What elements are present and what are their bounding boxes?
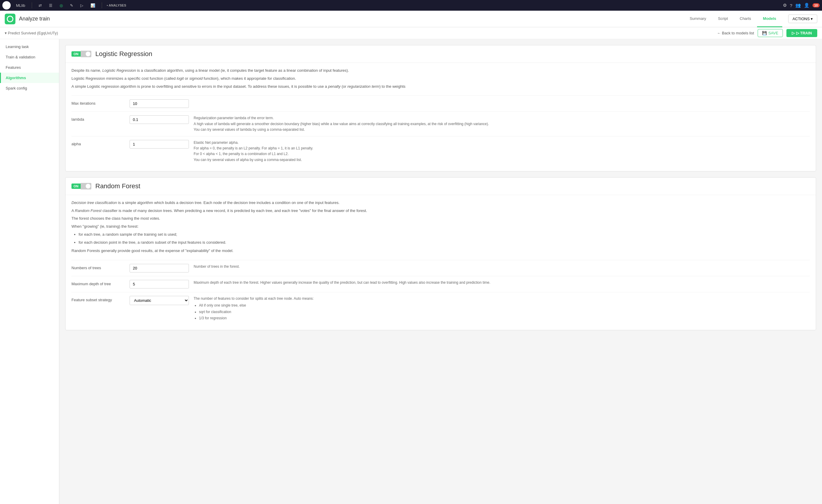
actions-button[interactable]: ACTIONS ▾ <box>788 15 817 23</box>
random-forest-toggle[interactable]: ON <box>71 183 91 189</box>
param-label-max-depth: Maximum depth of tree <box>71 280 125 286</box>
random-forest-title: Random Forest <box>95 182 140 190</box>
header-tabs: Summary Script Charts Models ACTIONS ▾ <box>684 11 817 27</box>
param-row-lambda: lambda Regularization parameter lambda o… <box>71 111 810 136</box>
app-logo[interactable] <box>2 1 11 9</box>
num-trees-field[interactable] <box>129 264 189 273</box>
random-forest-header: ON Random Forest <box>65 177 816 195</box>
logistic-regression-params: Max iterations lambda Regularization par… <box>71 95 810 166</box>
max-depth-field[interactable] <box>129 280 189 289</box>
param-label-num-trees: Numbers of trees <box>71 264 125 270</box>
toggle-switch[interactable] <box>81 51 91 57</box>
app-logo-inner <box>7 16 13 22</box>
feature-subset-bullet-2: sqrt for classification <box>199 309 810 315</box>
sidebar-item-spark-config[interactable]: Spark config <box>0 83 59 93</box>
nav-icon-play[interactable]: ▷ <box>79 2 85 9</box>
sidebar-item-learning-task[interactable]: Learning task <box>0 41 59 52</box>
max-depth-help-text: Maximum depth of each tree in the forest… <box>193 281 490 285</box>
app-header-logo <box>5 14 15 24</box>
user-avatar[interactable]: 👤 <box>804 3 810 8</box>
train-button[interactable]: ▷ ▷ TRAIN <box>786 29 817 37</box>
tab-script[interactable]: Script <box>712 11 734 27</box>
breadcrumb-bar: ▾ Predict Survived (EgqUxUTy) ← Back to … <box>0 27 822 39</box>
sidebar-item-algorithms[interactable]: Algorithms <box>0 73 59 83</box>
param-label-feature-subset: Feature subset strategy <box>71 296 125 302</box>
logistic-regression-card: ON Logistic Regression Despite its name,… <box>65 45 816 171</box>
settings-icon[interactable]: ⚙ <box>783 3 787 8</box>
save-button[interactable]: 💾 SAVE <box>758 29 783 37</box>
rf-bullet-2: for each decision point in the tree, a r… <box>79 239 810 246</box>
max-iterations-field[interactable] <box>129 99 189 108</box>
top-navbar: MLlib ⇄ ☰ ◎ ✎ ▷ 📊 • ANALYSES ⚙ ? 👥 👤 10 <box>0 0 822 11</box>
breadcrumb[interactable]: ▾ Predict Survived (EgqUxUTy) <box>5 31 58 35</box>
rf-desc-4: When "growing" (ie, training) the forest… <box>71 223 810 230</box>
app-header: Analyze train Summary Script Charts Mode… <box>0 11 822 27</box>
nav-active-section: • ANALYSES <box>107 4 126 7</box>
param-input-lambda[interactable] <box>129 115 189 124</box>
param-row-num-trees: Numbers of trees Number of trees in the … <box>71 260 810 276</box>
alpha-help-text-4: You can try several values of alpha by u… <box>193 158 302 162</box>
param-input-max-iterations[interactable] <box>129 99 189 108</box>
rf-bullet-1: for each tree, a random sample of the tr… <box>79 231 810 238</box>
param-row-max-depth: Maximum depth of tree Maximum depth of e… <box>71 276 810 292</box>
param-row-feature-subset: Feature subset strategy Automatic All sq… <box>71 292 810 325</box>
alpha-field[interactable] <box>129 140 189 148</box>
param-help-num-trees: Number of trees in the forest. <box>193 264 810 270</box>
param-input-feature-subset[interactable]: Automatic All sqrt log2 1/3 <box>129 296 189 305</box>
nav-icon-chart[interactable]: 📊 <box>89 2 97 9</box>
nav-item-millib[interactable]: MLlib <box>14 2 27 9</box>
param-help-feature-subset: The number of features to consider for s… <box>193 296 810 322</box>
param-row-alpha: alpha Elastic Net parameter alpha. For a… <box>71 136 810 166</box>
param-input-num-trees[interactable] <box>129 264 189 273</box>
lambda-field[interactable] <box>129 115 189 124</box>
content-area: ON Logistic Regression Despite its name,… <box>59 39 822 504</box>
nav-icon-layers[interactable]: ☰ <box>47 2 54 9</box>
app-title: Analyze train <box>19 16 50 22</box>
main-layout: Learning task Train & validation Feature… <box>0 39 822 504</box>
train-label: ▷ TRAIN <box>796 31 812 35</box>
lambda-help-text-3: You can try several values of lambda by … <box>193 127 305 132</box>
logistic-regression-toggle[interactable]: ON <box>71 51 91 57</box>
back-to-models-link[interactable]: ← Back to models list <box>717 31 754 35</box>
users-icon[interactable]: 👥 <box>795 3 801 8</box>
num-trees-help-text: Number of trees in the forest. <box>193 265 240 269</box>
logistic-regression-header: ON Logistic Regression <box>65 45 816 63</box>
param-input-max-depth[interactable] <box>129 280 189 289</box>
random-forest-card: ON Random Forest Decision tree classific… <box>65 177 816 330</box>
rf-desc-5: Random Forests generally provide good re… <box>71 248 810 254</box>
param-help-alpha: Elastic Net parameter alpha. For alpha =… <box>193 140 810 163</box>
alpha-help-text-1: Elastic Net parameter alpha. <box>193 140 239 145</box>
save-label: SAVE <box>768 31 778 35</box>
param-help-lambda: Regularization parameter lambda of the e… <box>193 115 810 132</box>
help-icon[interactable]: ? <box>790 3 792 8</box>
logistic-regression-desc-1: Despite its name, Logistic Regression is… <box>71 68 810 74</box>
nav-icon-edit[interactable]: ✎ <box>68 2 75 9</box>
tab-summary[interactable]: Summary <box>684 11 712 27</box>
notification-count[interactable]: 10 <box>813 3 820 7</box>
alpha-help-text-3: For 0 < alpha < 1, the penalty is a comb… <box>193 152 289 156</box>
rf-toggle-on-label: ON <box>71 183 81 189</box>
tab-models[interactable]: Models <box>757 11 782 27</box>
feature-subset-select[interactable]: Automatic All sqrt log2 1/3 <box>129 296 189 305</box>
alpha-help-text-2: For alpha = 0, the penalty is an L2 pena… <box>193 146 313 150</box>
sidebar-item-features[interactable]: Features <box>0 62 59 73</box>
rf-desc-1: Decision tree classification is a simple… <box>71 200 810 206</box>
rf-toggle-switch[interactable] <box>81 183 91 189</box>
lambda-help-text-1: Regularization parameter lambda of the e… <box>193 116 274 120</box>
nav-separator-1 <box>32 2 32 8</box>
nav-icon-circle[interactable]: ◎ <box>58 2 65 9</box>
sidebar-item-train-validation[interactable]: Train & validation <box>0 52 59 62</box>
breadcrumb-actions: ← Back to models list 💾 SAVE ▷ ▷ TRAIN <box>717 29 817 37</box>
param-input-alpha[interactable] <box>129 140 189 148</box>
tab-charts[interactable]: Charts <box>734 11 757 27</box>
sidebar: Learning task Train & validation Feature… <box>0 39 59 504</box>
param-label-max-iterations: Max iterations <box>71 99 125 105</box>
nav-separator-2 <box>102 2 102 8</box>
nav-right-actions: ⚙ ? 👥 👤 10 <box>783 3 820 8</box>
random-forest-params: Numbers of trees Number of trees in the … <box>71 260 810 325</box>
feature-subset-bullet-1: All if only one single tree, else <box>199 303 810 308</box>
param-label-lambda: lambda <box>71 115 125 121</box>
rf-desc-2: A Random Forest classifier is made of ma… <box>71 208 810 214</box>
feature-subset-bullet-3: 1/3 for regression <box>199 316 810 321</box>
nav-icon-swap[interactable]: ⇄ <box>37 2 44 9</box>
